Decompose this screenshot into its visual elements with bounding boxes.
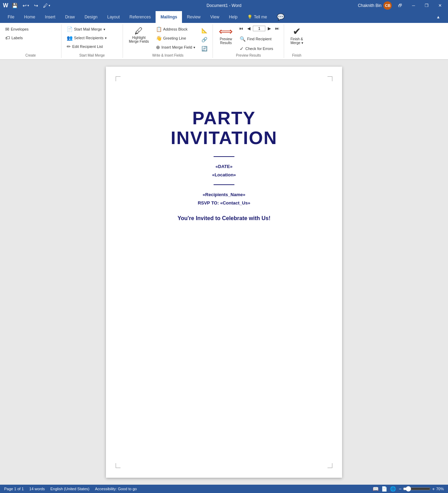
- redo-button[interactable]: ↪: [33, 2, 40, 9]
- user-name: Chaknith Bin: [358, 3, 381, 8]
- read-mode-button[interactable]: 📖: [373, 486, 379, 492]
- prev-record-button[interactable]: ◀: [246, 25, 252, 32]
- corner-top-left: [116, 76, 121, 81]
- tab-view[interactable]: View: [206, 11, 224, 23]
- status-bar: Page 1 of 1 14 words English (United Sta…: [0, 485, 448, 493]
- insert-merge-field-icon: ⊕: [156, 44, 160, 50]
- title-bar-right: Chaknith Bin CB 🗗 ─ ❐ ✕: [358, 1, 445, 10]
- find-recipient-icon: 🔍: [240, 36, 246, 42]
- preview-results-label: Preview Results: [216, 53, 281, 57]
- match-fields-button[interactable]: 🔗: [199, 35, 210, 44]
- write-insert-label: Write & Insert Fields: [126, 53, 210, 57]
- next-record-button[interactable]: ▶: [266, 25, 273, 32]
- find-recipient-button[interactable]: 🔍 Find Recipient: [237, 35, 281, 43]
- tab-layout[interactable]: Layout: [102, 11, 125, 23]
- web-layout-button[interactable]: 🌐: [390, 486, 396, 492]
- document-area: PARTY INVITATION «DATE» «Location» «Reci…: [0, 60, 448, 485]
- language[interactable]: English (United States): [50, 487, 90, 491]
- start-mail-merge-button[interactable]: 📄 Start Mail Merge ▾: [64, 25, 120, 33]
- insert-merge-field-button[interactable]: ⊕ Insert Merge Field ▾: [154, 43, 198, 51]
- date-location-fields: «DATE» «Location»: [212, 162, 236, 179]
- tab-references[interactable]: References: [125, 11, 156, 23]
- check-for-errors-button[interactable]: ✓ Check for Errors: [237, 44, 281, 53]
- tab-review[interactable]: Review: [182, 11, 205, 23]
- invite-text: You're Invited to Celebrate with Us!: [177, 215, 271, 222]
- close-button[interactable]: ✕: [435, 2, 445, 9]
- ribbon-content: ✉ Envelopes 🏷 Labels Create 📄 Start Mail: [0, 23, 448, 60]
- title-bar: W 💾 ↩▾ ↪ 🖊 ▾ Document1 - Word Chaknith B…: [0, 0, 448, 11]
- dropdown-chevron-icon: ▾: [105, 36, 107, 40]
- ribbon: File Home Insert Draw Design Layout Refe…: [0, 11, 448, 60]
- highlight-merge-fields-button[interactable]: 🖊 HighlightMerge Fields: [126, 25, 152, 45]
- corner-bottom-right: [327, 463, 332, 468]
- user-avatar[interactable]: CB: [383, 1, 392, 10]
- corner-bottom-left: [116, 463, 121, 468]
- customize-qat-button[interactable]: 🖊 ▾: [42, 2, 52, 9]
- address-block-button[interactable]: 📋 Address Block: [154, 25, 198, 33]
- start-mail-merge-label: Start Mail Merge: [64, 53, 120, 57]
- tab-help[interactable]: Help: [224, 11, 242, 23]
- dropdown-chevron-icon: ▾: [193, 45, 195, 49]
- zoom-level[interactable]: 70%: [436, 487, 444, 491]
- ribbon-group-create: ✉ Envelopes 🏷 Labels Create: [0, 24, 61, 58]
- recipients-name-field: «Recipients_Name»: [198, 191, 250, 199]
- document-title: Document1 - Word: [207, 3, 241, 8]
- minimize-button[interactable]: ─: [408, 2, 418, 9]
- document-page: PARTY INVITATION «DATE» «Location» «Reci…: [106, 67, 342, 478]
- select-recipients-icon: 👥: [67, 35, 73, 41]
- tab-file[interactable]: File: [3, 11, 19, 23]
- greeting-line-button[interactable]: 👋 Greeting Line: [154, 34, 198, 42]
- ribbon-group-preview-results: ⟺ PreviewResults ⏮ ◀ ▶ ⏭ 🔍 Find Recipien…: [213, 24, 284, 58]
- last-record-button[interactable]: ⏭: [273, 25, 281, 32]
- finish-label: Finish: [287, 53, 306, 57]
- divider-bottom: [214, 184, 234, 185]
- collapse-ribbon-small-button[interactable]: ▲: [431, 11, 445, 23]
- labels-button[interactable]: 🏷 Labels: [3, 34, 58, 42]
- tab-design[interactable]: Design: [80, 11, 102, 23]
- dropdown-chevron-icon: ▾: [103, 27, 105, 31]
- navigation-controls: ⏮ ◀ ▶ ⏭: [237, 25, 281, 32]
- rules-button[interactable]: 📐: [199, 26, 210, 35]
- update-labels-button[interactable]: 🔄: [199, 44, 210, 53]
- undo-button[interactable]: ↩▾: [21, 2, 31, 9]
- rules-icon: 📐: [201, 28, 207, 33]
- edit-recipient-list-button[interactable]: ✏ Edit Recipient List: [64, 42, 120, 51]
- page-info: Page 1 of 1: [4, 487, 24, 491]
- date-field: «DATE»: [212, 162, 236, 170]
- zoom-in-button[interactable]: +: [432, 486, 435, 492]
- record-number-input[interactable]: [253, 26, 265, 31]
- address-block-icon: 📋: [156, 26, 162, 32]
- select-recipients-button[interactable]: 👥 Select Recipients ▾: [64, 34, 120, 42]
- envelopes-button[interactable]: ✉ Envelopes: [3, 25, 58, 33]
- finish-merge-icon: ✔: [293, 27, 301, 36]
- ribbon-group-write-insert: 🖊 HighlightMerge Fields 📋 Address Block …: [123, 24, 213, 58]
- zoom-control: − + 70%: [399, 486, 444, 492]
- highlight-icon: 🖊: [135, 27, 143, 35]
- first-record-button[interactable]: ⏮: [237, 25, 245, 32]
- recipient-fields: «Recipients_Name» RSVP TO: «Contact_Us»: [198, 191, 250, 207]
- match-fields-icon: 🔗: [201, 37, 207, 42]
- zoom-out-button[interactable]: −: [399, 486, 401, 492]
- status-bar-right: 📖 📄 🌐 − + 70%: [373, 486, 444, 492]
- preview-results-button[interactable]: ⟺ PreviewResults: [216, 25, 236, 47]
- envelope-icon: ✉: [5, 26, 9, 32]
- zoom-slider[interactable]: [403, 486, 431, 492]
- tab-draw[interactable]: Draw: [60, 11, 80, 23]
- rsvp-field: RSVP TO: «Contact_Us»: [198, 199, 250, 207]
- ribbon-group-finish: ✔ Finish &Merge ▾ Finish: [284, 24, 309, 58]
- word-count: 14 words: [29, 487, 45, 491]
- location-field: «Location»: [212, 171, 236, 179]
- finish-merge-button[interactable]: ✔ Finish &Merge ▾: [287, 25, 306, 47]
- tell-me-button[interactable]: 💡 Tell me: [242, 11, 272, 23]
- corner-top-right: [327, 76, 332, 81]
- share-comments-button[interactable]: 💬: [272, 11, 289, 23]
- restore-button[interactable]: ❐: [421, 2, 432, 9]
- lightbulb-icon: 💡: [247, 15, 252, 19]
- tab-home[interactable]: Home: [19, 11, 40, 23]
- save-button[interactable]: 💾: [10, 2, 19, 9]
- collapse-ribbon-button[interactable]: 🗗: [395, 2, 406, 9]
- preview-icon: ⟺: [219, 27, 233, 36]
- tab-mailings[interactable]: Mailings: [156, 11, 182, 23]
- tab-insert[interactable]: Insert: [40, 11, 60, 23]
- print-layout-button[interactable]: 📄: [381, 486, 387, 492]
